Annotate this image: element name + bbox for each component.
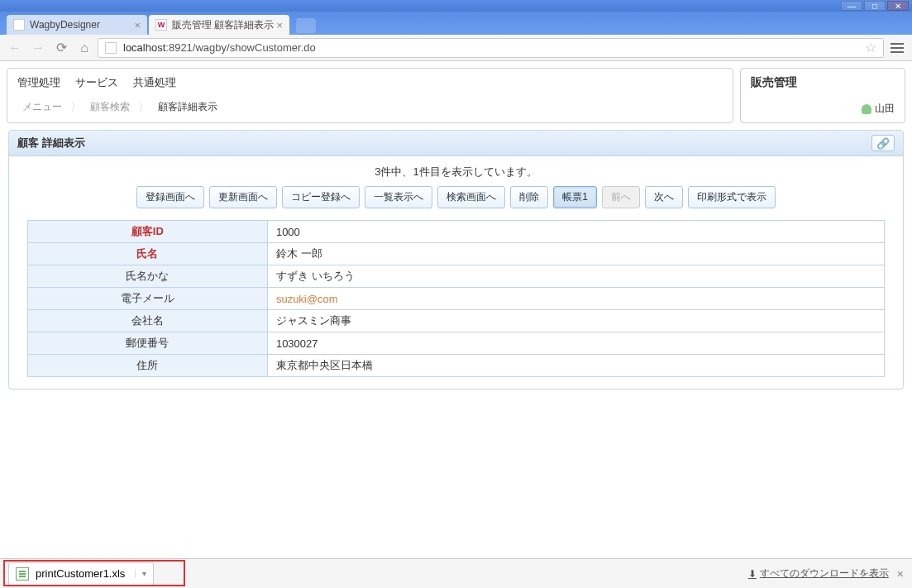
label-name-kana: 氏名かな xyxy=(27,265,267,288)
menu-common[interactable]: 共通処理 xyxy=(133,75,176,90)
to-update-button[interactable]: 更新画面へ xyxy=(209,186,277,208)
chevron-right-icon: 〉 xyxy=(70,100,82,115)
label-company: 会社名 xyxy=(27,310,267,332)
to-search-button[interactable]: 検索画面へ xyxy=(437,186,505,208)
download-filename: printCustomer1.xls xyxy=(36,567,125,580)
label-address: 住所 xyxy=(27,355,267,377)
chrome-menu-button[interactable] xyxy=(887,38,907,58)
window-titlebar: — □ ✕ xyxy=(0,0,912,12)
next-button[interactable]: 次へ xyxy=(645,186,683,208)
record-status: 3件中、1件目を表示しています。 xyxy=(9,156,903,186)
value-company: ジャスミン商事 xyxy=(267,310,884,332)
tab-close-icon[interactable]: × xyxy=(276,19,283,31)
app-menu-bar: 管理処理 サービス 共通処理 xyxy=(7,69,733,93)
user-icon xyxy=(862,104,871,114)
to-copy-button[interactable]: コピー登録へ xyxy=(282,186,360,208)
download-menu-arrow[interactable]: ▾ xyxy=(135,569,146,578)
download-bar: printCustomer1.xls ▾ ⬇すべてのダウンロードを表示 × xyxy=(0,558,912,588)
tab-close-icon[interactable]: × xyxy=(134,19,141,31)
menu-service[interactable]: サービス xyxy=(75,75,118,90)
page-icon: W xyxy=(155,19,167,31)
panel-header: 顧客 詳細表示 🔗 xyxy=(9,131,903,156)
value-postal: 1030027 xyxy=(267,332,884,355)
label-email: 電子メール xyxy=(27,288,267,310)
email-link[interactable]: suzuki@com xyxy=(276,293,338,305)
breadcrumb-current: 顧客詳細表示 xyxy=(153,98,222,116)
value-email: suzuki@com xyxy=(267,288,884,310)
label-customer-id: 顧客ID xyxy=(27,221,267,243)
breadcrumb-search[interactable]: 顧客検索 xyxy=(85,98,135,116)
delete-button[interactable]: 削除 xyxy=(510,186,548,208)
app-name: 販売管理 xyxy=(751,75,895,90)
browser-tab-customer-detail[interactable]: W 販売管理 顧客詳細表示 × xyxy=(149,15,289,35)
page-header-row: 管理処理 サービス 共通処理 メニュー 〉 顧客検索 〉 顧客詳細表示 販売管理… xyxy=(7,68,905,123)
close-download-bar-button[interactable]: × xyxy=(897,567,904,581)
panel-title: 顧客 詳細表示 xyxy=(17,136,871,151)
download-item[interactable]: printCustomer1.xls ▾ xyxy=(8,562,154,586)
label-name: 氏名 xyxy=(27,243,267,265)
back-button[interactable]: ← xyxy=(5,38,25,58)
value-name-kana: すずき いちろう xyxy=(267,265,884,288)
maximize-button[interactable]: □ xyxy=(864,1,886,11)
download-bar-right: ⬇すべてのダウンロードを表示 × xyxy=(748,566,904,581)
chevron-right-icon: 〉 xyxy=(138,100,150,115)
row-customer-id: 顧客ID 1000 xyxy=(27,221,885,243)
minimize-button[interactable]: — xyxy=(841,1,862,11)
show-all-downloads-link[interactable]: ⬇すべてのダウンロードを表示 xyxy=(748,566,889,581)
value-name: 鈴木 一郎 xyxy=(267,243,884,265)
tab-title: 販売管理 顧客詳細表示 xyxy=(172,18,274,32)
home-button[interactable]: ⌂ xyxy=(74,38,94,58)
browser-tabstrip: WagbyDesigner × W 販売管理 顧客詳細表示 × xyxy=(0,12,912,35)
new-tab-button[interactable] xyxy=(296,18,316,33)
row-address: 住所 東京都中央区日本橋 xyxy=(27,355,885,377)
browser-toolbar: ← → ⟳ ⌂ localhost:8921/wagby/showCustome… xyxy=(0,35,912,61)
close-window-button[interactable]: ✕ xyxy=(887,1,909,11)
page-content: 管理処理 サービス 共通処理 メニュー 〉 顧客検索 〉 顧客詳細表示 販売管理… xyxy=(0,61,912,588)
value-customer-id: 1000 xyxy=(267,221,884,243)
to-register-button[interactable]: 登録画面へ xyxy=(136,186,204,208)
row-name-kana: 氏名かな すずき いちろう xyxy=(27,265,885,288)
row-postal: 郵便番号 1030027 xyxy=(27,332,885,355)
site-info-icon[interactable] xyxy=(105,42,117,54)
down-arrow-icon: ⬇ xyxy=(748,568,757,580)
row-name: 氏名 鈴木 一郎 xyxy=(27,243,885,265)
value-address: 東京都中央区日本橋 xyxy=(267,355,884,377)
app-info-box: 販売管理 山田 xyxy=(740,68,905,123)
breadcrumb-menu[interactable]: メニュー xyxy=(17,98,67,116)
bookmark-star-icon[interactable]: ☆ xyxy=(865,40,876,55)
reload-button[interactable]: ⟳ xyxy=(51,38,71,58)
row-email: 電子メール suzuki@com xyxy=(27,288,885,310)
forward-button[interactable]: → xyxy=(28,38,48,58)
label-postal: 郵便番号 xyxy=(27,332,267,355)
detail-panel: 顧客 詳細表示 🔗 3件中、1件目を表示しています。 登録画面へ 更新画面へ コ… xyxy=(8,130,904,390)
print-view-button[interactable]: 印刷形式で表示 xyxy=(688,186,776,208)
menu-admin[interactable]: 管理処理 xyxy=(17,75,60,90)
to-list-button[interactable]: 一覧表示へ xyxy=(365,186,432,208)
link-button[interactable]: 🔗 xyxy=(871,135,895,151)
user-name: 山田 xyxy=(875,102,895,116)
prev-button: 前へ xyxy=(602,186,640,208)
window-controls: — □ ✕ xyxy=(841,1,909,11)
report1-button[interactable]: 帳票1 xyxy=(553,186,597,208)
customer-detail-table: 顧客ID 1000 氏名 鈴木 一郎 氏名かな すずき いちろう 電子メール s… xyxy=(27,220,886,377)
main-header: 管理処理 サービス 共通処理 メニュー 〉 顧客検索 〉 顧客詳細表示 xyxy=(7,68,733,123)
address-bar[interactable]: localhost:8921/wagby/showCustomer.do ☆ xyxy=(98,38,884,58)
excel-file-icon xyxy=(16,567,29,581)
chrome-window: — □ ✕ WagbyDesigner × W 販売管理 顧客詳細表示 × ← … xyxy=(0,0,912,588)
tab-title: WagbyDesigner xyxy=(30,19,100,31)
page-icon xyxy=(13,19,25,31)
url-text: localhost:8921/wagby/showCustomer.do xyxy=(123,41,316,54)
browser-tab-wagbydesigner[interactable]: WagbyDesigner × xyxy=(7,15,147,35)
action-button-row: 登録画面へ 更新画面へ コピー登録へ 一覧表示へ 検索画面へ 削除 帳票1 前へ… xyxy=(9,186,903,220)
user-row: 山田 xyxy=(751,102,895,116)
breadcrumb: メニュー 〉 顧客検索 〉 顧客詳細表示 xyxy=(7,93,733,122)
row-company: 会社名 ジャスミン商事 xyxy=(27,310,885,332)
